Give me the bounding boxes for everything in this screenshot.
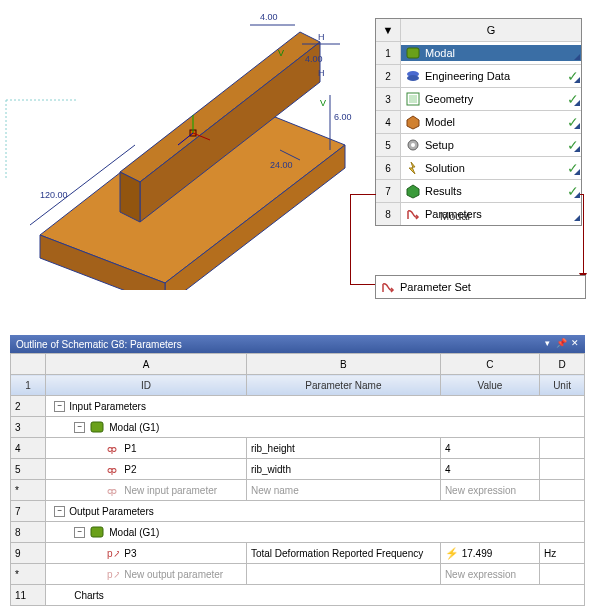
- collapse-icon[interactable]: −: [74, 422, 85, 433]
- system-cell-engineering-data[interactable]: 2 Engineering Data ✓: [376, 65, 581, 88]
- param-unit-cell[interactable]: [540, 438, 585, 459]
- new-name-placeholder[interactable]: New name: [246, 480, 440, 501]
- param-value-cell[interactable]: 4: [440, 438, 539, 459]
- svg-rect-30: [91, 422, 103, 432]
- connector-line: [350, 194, 351, 284]
- dim-length: 120.00: [40, 190, 68, 200]
- table-row-new-input[interactable]: * ȹNew input parameter New name New expr…: [11, 480, 585, 501]
- modal-icon: [89, 524, 105, 540]
- svg-rect-34: [91, 527, 103, 537]
- lightning-icon: ⚡: [445, 547, 459, 559]
- parameter-set-box[interactable]: Parameter Set: [375, 275, 586, 299]
- param-unit-cell[interactable]: [540, 459, 585, 480]
- svg-text:ȹ: ȹ: [107, 485, 117, 496]
- group-label: Input Parameters: [69, 401, 146, 412]
- new-expression-placeholder[interactable]: New expression: [440, 564, 539, 585]
- solution-label: Solution: [425, 162, 465, 174]
- new-param-placeholder: New output parameter: [124, 569, 223, 580]
- connector-line: [583, 194, 584, 278]
- new-param-placeholder: New input parameter: [124, 485, 217, 496]
- table-row[interactable]: 3 −Modal (G1): [11, 417, 585, 438]
- table-row[interactable]: 8 −Modal (G1): [11, 522, 585, 543]
- new-name-placeholder[interactable]: [246, 564, 440, 585]
- model-icon: [405, 114, 421, 130]
- dim-height: 6.00: [334, 112, 352, 122]
- collapse-icon[interactable]: −: [74, 527, 85, 538]
- col-header-d[interactable]: D: [540, 354, 585, 375]
- geometry-icon: [405, 91, 421, 107]
- param-name-cell[interactable]: rib_height: [246, 438, 440, 459]
- system-cell-solution[interactable]: 6 Solution ✓: [376, 157, 581, 180]
- outline-table: A B C D 1 ID Parameter Name Value Unit 2…: [10, 353, 585, 606]
- connector-line: [350, 194, 376, 195]
- table-row[interactable]: 7 −Output Parameters: [11, 501, 585, 522]
- system-name-label: Modal: [440, 210, 470, 222]
- model-label: Model: [425, 116, 455, 128]
- col-header-a[interactable]: A: [46, 354, 247, 375]
- parameters-icon: [405, 206, 421, 222]
- subheader-value: Value: [440, 375, 539, 396]
- svg-text:V: V: [278, 48, 284, 58]
- geometry-label: Geometry: [425, 93, 473, 105]
- collapse-icon[interactable]: −: [54, 506, 65, 517]
- model-svg: 4.00 4.00 H H V 6.00 V 24.00 120.00: [0, 0, 370, 290]
- modal-label: Modal: [425, 47, 455, 59]
- system-cell-setup[interactable]: 5 Setup ✓: [376, 134, 581, 157]
- system-cell-geometry[interactable]: 3 Geometry ✓: [376, 88, 581, 111]
- setup-icon: [405, 137, 421, 153]
- table-row[interactable]: 2 −Input Parameters: [11, 396, 585, 417]
- svg-text:p↗: p↗: [107, 569, 119, 580]
- svg-point-28: [411, 143, 415, 147]
- modal-icon: [405, 45, 421, 61]
- system-cell-results[interactable]: 7 Results ✓: [376, 180, 581, 203]
- pin-icon[interactable]: 📌: [555, 337, 567, 349]
- col-header-b[interactable]: B: [246, 354, 440, 375]
- dropdown-icon[interactable]: ▾: [541, 337, 553, 349]
- table-row-new-output[interactable]: * p↗New output parameter New expression: [11, 564, 585, 585]
- svg-text:ȹ: ȹ: [107, 443, 117, 454]
- param-out-icon: p↗: [104, 566, 120, 582]
- col-header-c[interactable]: C: [440, 354, 539, 375]
- subheader-unit: Unit: [540, 375, 585, 396]
- close-icon[interactable]: ✕: [569, 337, 581, 349]
- param-id: P3: [124, 548, 136, 559]
- svg-marker-29: [407, 185, 419, 198]
- system-cell-parameters[interactable]: 8 Parameters: [376, 203, 581, 225]
- group-label: Output Parameters: [69, 506, 153, 517]
- group-label: Modal (G1): [109, 527, 159, 538]
- setup-label: Setup: [425, 139, 454, 151]
- table-row[interactable]: 11 Charts: [11, 585, 585, 606]
- svg-text:H: H: [318, 32, 325, 42]
- svg-point-23: [407, 75, 419, 81]
- svg-marker-26: [407, 116, 419, 129]
- table-row[interactable]: 4 ȹP1 rib_height 4: [11, 438, 585, 459]
- system-cell-model[interactable]: 4 Model ✓: [376, 111, 581, 134]
- param-in-icon: ȹ: [104, 461, 120, 477]
- group-label: Modal (G1): [109, 422, 159, 433]
- dim-width: 24.00: [270, 160, 293, 170]
- param-id: P1: [124, 443, 136, 454]
- 3d-model-viewport[interactable]: 4.00 4.00 H H V 6.00 V 24.00 120.00: [0, 0, 370, 290]
- parameters-icon: [380, 279, 396, 295]
- table-row[interactable]: 5 ȹP2 rib_width 4: [11, 459, 585, 480]
- column-header-g: G: [401, 19, 581, 41]
- row-num: 1: [11, 375, 46, 396]
- engdata-icon: [405, 68, 421, 84]
- results-label: Results: [425, 185, 462, 197]
- collapse-icon[interactable]: −: [54, 401, 65, 412]
- svg-text:V: V: [320, 98, 326, 108]
- charts-label: Charts: [74, 590, 103, 601]
- header-arrow[interactable]: ▼: [376, 19, 401, 41]
- outline-panel: Outline of Schematic G8: Parameters ▾ 📌 …: [10, 335, 585, 606]
- svg-text:p↗: p↗: [107, 548, 119, 559]
- param-value-cell[interactable]: 4: [440, 459, 539, 480]
- table-row[interactable]: 9 p↗P3 Total Deformation Reported Freque…: [11, 543, 585, 564]
- new-expression-placeholder[interactable]: New expression: [440, 480, 539, 501]
- system-cell-modal[interactable]: 1 Modal: [376, 42, 581, 65]
- param-id: P2: [124, 464, 136, 475]
- connector-line: [350, 284, 376, 285]
- param-in-icon: ȹ: [104, 440, 120, 456]
- svg-rect-21: [407, 48, 419, 58]
- param-name-cell[interactable]: rib_width: [246, 459, 440, 480]
- dim-rib-h2: 4.00: [305, 54, 323, 64]
